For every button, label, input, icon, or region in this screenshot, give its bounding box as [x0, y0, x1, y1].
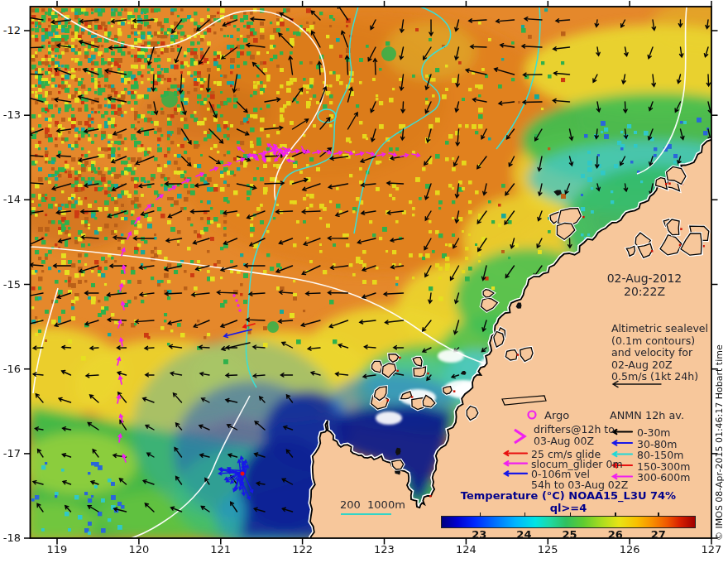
temperature-colorbar: Temperature (°C) NOAA15_L3U 74% ql>=4 23… — [441, 489, 696, 543]
colorbar-title: Temperature (°C) NOAA15_L3U 74% ql>=4 — [441, 489, 696, 514]
y-axis-tick-label: -16 — [0, 363, 21, 375]
colorbar-tick-number: 27 — [651, 528, 666, 541]
y-axis-tick-label: -15 — [0, 278, 21, 291]
date-line: 02-Aug-2012 — [590, 272, 699, 285]
colorbar-tick-labels: 2324252627 — [441, 528, 696, 543]
y-axis-tick-label: -13 — [0, 108, 21, 121]
colorbar-tick-number: 24 — [516, 528, 531, 541]
note-line: Altimetric sealevel — [611, 323, 708, 335]
colorbar-tick — [524, 512, 526, 517]
colorbar-tick-number: 25 — [562, 528, 577, 541]
x-axis-tick-label: 126 — [615, 543, 644, 556]
y-axis-tick-label: -12 — [0, 24, 21, 36]
x-axis-tick-label: 122 — [288, 543, 318, 556]
sst-map-page: 02-Aug-2012 20:22Z Altimetric sealevel (… — [0, 0, 728, 563]
datetime-stamp: 02-Aug-2012 20:22Z — [590, 272, 699, 298]
note-line: 0.5m/s (1kt 24h) — [611, 371, 708, 383]
time-line: 20:22Z — [590, 285, 699, 298]
colorbar-tick-number: 23 — [472, 528, 486, 541]
y-axis-tick-label: -14 — [0, 193, 21, 205]
colorbar-gradient — [441, 516, 696, 528]
x-axis-tick-label: 123 — [370, 543, 400, 556]
x-axis-tick-label: 124 — [451, 543, 481, 556]
y-axis-tick-label: -17 — [0, 447, 21, 460]
drifters-line: 03-Aug 00Z — [534, 435, 615, 447]
imos-credit-text: © IMOS 08-Apr-2015 01:46:17 Hobart time — [714, 168, 725, 541]
drifters-legend-label: drifters@12h to 03-Aug 00Z — [534, 424, 615, 447]
x-axis-tick-label: 127 — [697, 543, 726, 556]
colorbar-tick — [658, 512, 659, 517]
altimetric-note: Altimetric sealevel (0.1m contours) and … — [611, 323, 708, 383]
colorbar-tick — [480, 512, 481, 517]
bathymetry-legend-label: 200 1000m — [340, 498, 405, 511]
note-line: (0.1m contours) — [611, 335, 708, 348]
colorbar-tick — [570, 512, 572, 517]
x-axis-tick-label: 121 — [206, 543, 236, 556]
note-line: and velocity for — [611, 347, 708, 359]
x-axis-tick-label: 120 — [124, 543, 154, 556]
anmn-legend-title: ANMN 12h av. — [610, 409, 684, 421]
colorbar-tick — [615, 512, 616, 517]
note-line: 02-Aug 20Z — [611, 359, 708, 372]
anmn-legend-item: 300-600m — [637, 471, 690, 484]
x-axis-tick-label: 125 — [533, 543, 563, 556]
argo-legend-label: Argo — [544, 409, 569, 421]
y-axis-tick-label: -18 — [0, 532, 21, 544]
drifters-line: drifters@12h to — [534, 424, 615, 435]
x-axis-tick-label: 119 — [42, 543, 72, 556]
colorbar-tick-number: 26 — [608, 528, 623, 541]
